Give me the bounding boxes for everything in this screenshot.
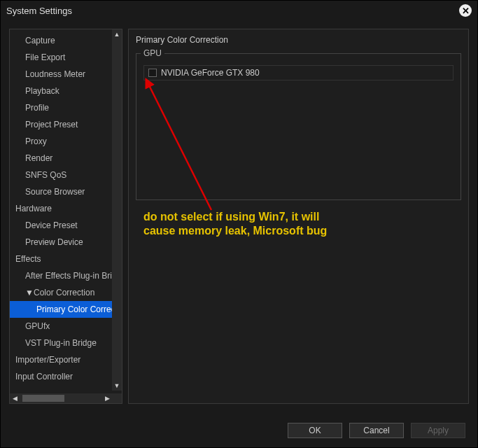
sidebar-item[interactable]: Proxy	[10, 133, 122, 150]
annotation-line: cause memory leak, Microsoft bug	[143, 224, 327, 238]
sidebar-item-label: Primary Color Correction	[36, 304, 122, 314]
sidebar-item-label: Effects	[15, 254, 41, 264]
sidebar-item-label: Device Preset	[25, 220, 78, 230]
scrollbar-corner	[112, 393, 122, 403]
sidebar-item-label: GPUfx	[25, 321, 50, 331]
scroll-left-arrow-icon[interactable]: ◀	[10, 393, 20, 403]
sidebar-item[interactable]: Capture	[10, 32, 122, 49]
scroll-down-arrow-icon[interactable]: ▼	[112, 381, 122, 391]
sidebar-item[interactable]: Render	[10, 150, 122, 167]
dialog-buttons: OK Cancel Apply	[288, 423, 465, 438]
sidebar-item-label: After Effects Plug-in Bridge	[25, 271, 122, 281]
sidebar-item[interactable]: Effects	[10, 251, 122, 267]
vertical-scrollbar[interactable]: ▲ ▼	[112, 29, 122, 391]
gpu-item[interactable]: NVIDIA GeForce GTX 980	[143, 65, 454, 80]
settings-tree: CaptureFile ExportLoudness MeterPlayback…	[10, 29, 122, 403]
sidebar-item-label: VST Plug-in Bridge	[25, 338, 97, 348]
close-icon[interactable]: ✕	[459, 4, 472, 17]
sidebar-item-label: Input Controller	[15, 372, 73, 382]
sidebar-item[interactable]: Input Controller	[10, 368, 122, 385]
scroll-up-arrow-icon[interactable]: ▲	[112, 29, 122, 39]
gpu-group-label: GPU	[141, 48, 164, 58]
sidebar-item[interactable]: ▼Color Correction	[10, 284, 122, 301]
sidebar-item[interactable]: GPUfx	[10, 318, 122, 335]
apply-button[interactable]: Apply	[411, 423, 465, 438]
sidebar-item-label: Importer/Exporter	[15, 355, 80, 365]
ok-button[interactable]: OK	[288, 423, 342, 438]
sidebar-item[interactable]: File Export	[10, 49, 122, 66]
sidebar-item[interactable]: SNFS QoS	[10, 167, 122, 183]
sidebar-item-label: Render	[25, 153, 52, 163]
sidebar-item-label: Project Preset	[25, 120, 78, 130]
scroll-right-arrow-icon[interactable]: ▶	[102, 393, 112, 403]
sidebar-item-label: Proxy	[25, 136, 47, 146]
sidebar-item-label: Profile	[25, 103, 49, 113]
sidebar-item[interactable]: Source Browser	[10, 183, 122, 200]
sidebar-item-label: SNFS QoS	[25, 170, 66, 180]
sidebar-item-label: Playback	[25, 86, 59, 96]
sidebar-item[interactable]: Preview Device	[10, 234, 122, 251]
sidebar-item-label: File Export	[25, 52, 65, 62]
sidebar-item-label: Loudness Meter	[25, 69, 85, 79]
sidebar-item[interactable]: Profile	[10, 99, 122, 116]
cancel-button[interactable]: Cancel	[349, 423, 404, 438]
gpu-group: GPU NVIDIA GeForce GTX 980	[136, 53, 461, 200]
sidebar-item[interactable]: After Effects Plug-in Bridge	[10, 267, 122, 284]
sidebar-item-label: Capture	[25, 36, 55, 46]
sidebar-item[interactable]: Loudness Meter	[10, 66, 122, 83]
window-title: System Settings	[6, 6, 72, 16]
sidebar-item-label: Color Correction	[34, 288, 94, 298]
sidebar-item[interactable]: Hardware	[10, 200, 122, 217]
chevron-down-icon: ▼	[25, 286, 32, 299]
gpu-name: NVIDIA GeForce GTX 980	[161, 68, 260, 78]
sidebar-item-label: Source Browser	[25, 187, 85, 197]
panel-title: Primary Color Correction	[136, 35, 461, 45]
sidebar-item[interactable]: VST Plug-in Bridge	[10, 335, 122, 351]
hscroll-track[interactable]	[20, 393, 102, 403]
settings-sidebar: CaptureFile ExportLoudness MeterPlayback…	[9, 29, 122, 404]
gpu-checkbox[interactable]	[148, 69, 157, 77]
sidebar-item-label: Preview Device	[25, 237, 83, 247]
hscroll-thumb[interactable]	[22, 395, 64, 402]
sidebar-item[interactable]: Importer/Exporter	[10, 351, 122, 368]
sidebar-item[interactable]: Playback	[10, 83, 122, 99]
titlebar: System Settings ✕	[1, 1, 477, 20]
vscroll-track[interactable]	[112, 39, 122, 381]
sidebar-item[interactable]: Device Preset	[10, 217, 122, 234]
sidebar-item[interactable]: Primary Color Correction	[10, 301, 122, 318]
sidebar-item-label: Hardware	[15, 204, 52, 214]
sidebar-item[interactable]: Project Preset	[10, 116, 122, 133]
horizontal-scrollbar[interactable]: ◀ ▶	[10, 393, 112, 403]
annotation-line: do not select if using Win7, it will	[143, 210, 327, 224]
annotation-text: do not select if using Win7, it will cau…	[143, 210, 327, 238]
